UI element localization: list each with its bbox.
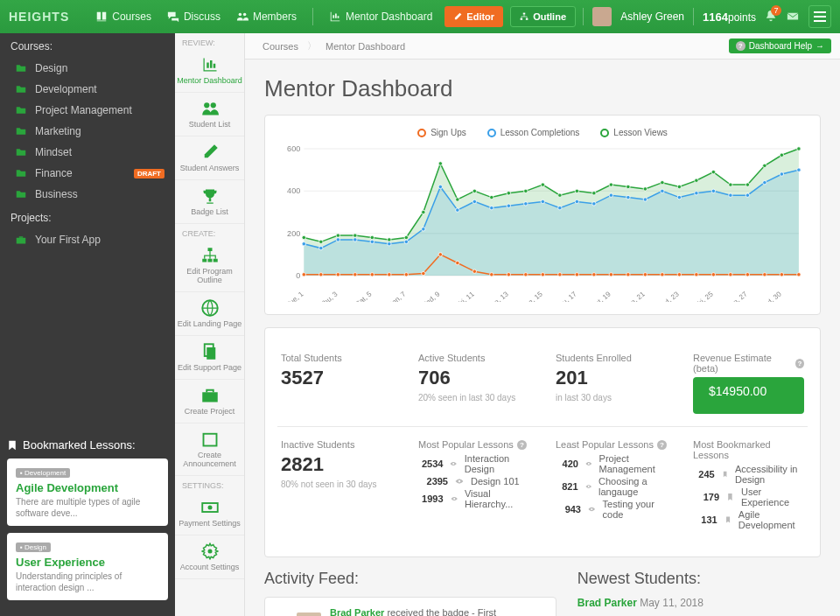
- nav-label: Courses: [112, 10, 151, 23]
- svg-point-90: [336, 273, 340, 276]
- svg-point-59: [319, 246, 323, 249]
- newest-student[interactable]: Brad Parker May 11, 2018: [578, 597, 821, 609]
- sidebar-course-item[interactable]: Business: [0, 184, 175, 205]
- svg-point-101: [524, 273, 528, 276]
- svg-point-84: [746, 193, 749, 197]
- popular-row: 821Choosing a langauge: [556, 476, 667, 497]
- review-section-label: CREATE:: [175, 224, 244, 240]
- pencil-icon: [453, 12, 462, 21]
- svg-point-105: [592, 273, 596, 276]
- svg-point-50: [677, 185, 681, 188]
- nav-members[interactable]: Members: [236, 10, 297, 23]
- sidebar-course-item[interactable]: Design: [0, 58, 175, 79]
- projects-label: Projects:: [0, 205, 175, 229]
- svg-text:Fri, 11: Fri, 11: [455, 290, 476, 302]
- stats-row-1: Total Students 3527 Active Students 706 …: [277, 340, 808, 427]
- svg-text:Sat, 5: Sat, 5: [354, 290, 374, 302]
- svg-point-77: [626, 195, 630, 199]
- svg-point-53: [729, 183, 732, 186]
- svg-point-35: [422, 210, 425, 214]
- svg-point-69: [490, 206, 494, 209]
- user-avatar[interactable]: [592, 7, 612, 26]
- notif-badge: 7: [771, 5, 781, 16]
- page-title: Mentor Dashboard: [245, 60, 840, 115]
- sidebar-course-item[interactable]: Mindset: [0, 142, 175, 163]
- nav-separator: [312, 8, 313, 25]
- sidebar-course-item[interactable]: Project Management: [0, 100, 175, 121]
- stat-total-students: Total Students 3527: [281, 353, 392, 414]
- user-points: 1164points: [703, 10, 756, 24]
- outline-button[interactable]: Outline: [510, 6, 576, 27]
- sidebar-course-item[interactable]: Marketing: [0, 121, 175, 142]
- dashboard-help-button[interactable]: ? Dashboard Help →: [729, 38, 831, 53]
- svg-point-115: [763, 273, 766, 276]
- svg-point-99: [490, 273, 494, 276]
- svg-point-49: [661, 180, 664, 184]
- review-item[interactable]: Badge List: [175, 180, 244, 224]
- review-item[interactable]: Edit Landing Page: [175, 292, 244, 336]
- inbox-icon[interactable]: [786, 10, 800, 23]
- svg-point-85: [763, 180, 766, 184]
- popular-row: 179User Experience: [693, 486, 804, 508]
- svg-point-113: [729, 273, 732, 276]
- review-item[interactable]: Mentor Dashboard: [175, 49, 244, 93]
- crumb-current: Mentor Dashboard: [317, 41, 414, 52]
- review-item[interactable]: Student List: [175, 93, 244, 136]
- nav-discuss[interactable]: Discuss: [167, 10, 220, 23]
- sidebar-project-item[interactable]: Your First App: [0, 229, 175, 250]
- courses-list: DesignDevelopmentProject ManagementMarke…: [0, 58, 175, 205]
- svg-point-31: [354, 234, 357, 237]
- svg-point-95: [422, 271, 425, 275]
- svg-rect-14: [206, 347, 215, 360]
- svg-point-82: [711, 189, 715, 192]
- svg-point-66: [438, 185, 442, 188]
- button-label: Editor: [466, 11, 494, 22]
- review-item[interactable]: Edit Program Outline: [175, 240, 244, 292]
- bookmarks-title: Bookmarked Lessons:: [7, 438, 168, 452]
- legend-signups: Sign Ups: [417, 128, 466, 137]
- svg-point-74: [575, 200, 578, 203]
- svg-point-18: [207, 506, 212, 510]
- svg-point-55: [763, 164, 766, 167]
- svg-point-28: [302, 235, 305, 239]
- review-item[interactable]: Create Announcement: [175, 424, 244, 476]
- breadcrumb: Courses 〉 Mentor Dashboard ? Dashboard H…: [245, 33, 840, 60]
- book-icon: [95, 10, 108, 23]
- review-item[interactable]: Student Answers: [175, 136, 244, 180]
- svg-text:400: 400: [287, 186, 300, 195]
- svg-point-103: [558, 273, 562, 276]
- user-name[interactable]: Ashley Green: [620, 10, 684, 23]
- svg-rect-11: [213, 259, 217, 262]
- svg-point-104: [575, 273, 578, 276]
- nav-mentor-dashboard[interactable]: Mentor Dashboard: [329, 10, 432, 23]
- bookmark-card[interactable]: ▪ DesignUser ExperienceUnderstanding pri…: [7, 533, 168, 600]
- nav-label: Mentor Dashboard: [346, 10, 432, 23]
- stat-inactive: Inactive Students 2821 80% not seen in 3…: [281, 439, 392, 532]
- bookmark-card[interactable]: ▪ DevelopmentAgile DevelopmentThere are …: [7, 458, 168, 526]
- review-item[interactable]: Edit Support Page: [175, 336, 244, 380]
- review-item[interactable]: Create Project: [175, 380, 244, 424]
- svg-point-83: [729, 193, 732, 197]
- feed-item[interactable]: Brad Parker received the badge - First L…: [265, 598, 556, 616]
- nav-label: Discuss: [184, 10, 220, 23]
- svg-rect-16: [203, 434, 216, 446]
- stat-popular: Most Popular Lessons ? 2534Interaction D…: [418, 439, 529, 532]
- popular-row: 245Accessibility in Design: [693, 464, 804, 485]
- review-item[interactable]: Account Settings: [175, 536, 244, 579]
- nav-courses[interactable]: Courses: [95, 10, 151, 23]
- notifications[interactable]: 7: [765, 10, 777, 24]
- crumb-courses[interactable]: Courses: [254, 41, 307, 52]
- sidebar-course-item[interactable]: Development: [0, 79, 175, 100]
- review-item[interactable]: Payment Settings: [175, 492, 244, 536]
- editor-button[interactable]: Editor: [444, 6, 503, 27]
- legend-completions: Lesson Completions: [487, 128, 580, 137]
- bookmark-icon: [7, 440, 18, 451]
- svg-text:Sun, 13: Sun, 13: [486, 290, 511, 302]
- svg-text:Mon, 7: Mon, 7: [386, 290, 408, 302]
- svg-point-71: [524, 202, 528, 206]
- svg-point-40: [507, 192, 510, 195]
- svg-point-92: [370, 273, 374, 276]
- review-sidebar: REVIEW:Mentor DashboardStudent ListStude…: [175, 33, 245, 616]
- menu-button[interactable]: [808, 5, 831, 28]
- sidebar-course-item[interactable]: FinanceDRAFT: [0, 163, 175, 184]
